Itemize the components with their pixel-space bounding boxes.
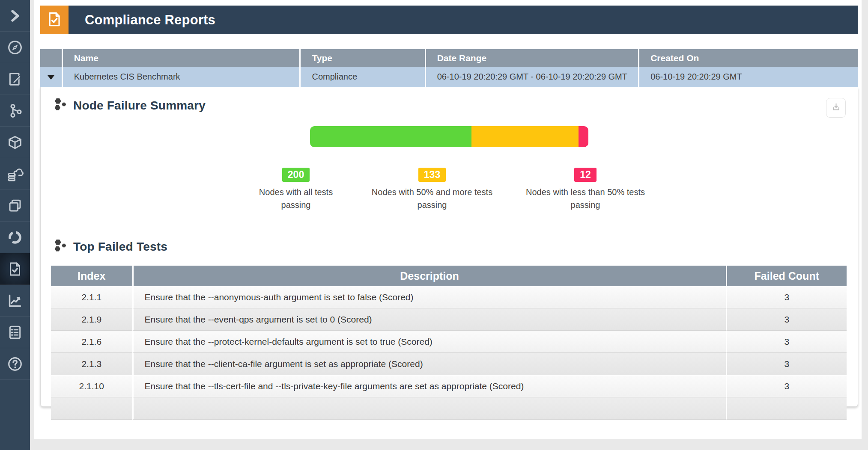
main-card: Compliance Reports NameTypeDate RangeCre… (34, 0, 862, 439)
row-expander[interactable] (40, 67, 62, 87)
reports-column-header: Type (299, 49, 424, 67)
node-failure-summary-header: Node Failure Summary (41, 87, 858, 113)
hex-cluster-icon (54, 98, 67, 113)
failed-test-count-cell: 3 (726, 308, 847, 331)
compliance-header-icon-block (40, 6, 69, 34)
report-name-cell: Kubernetes CIS Benchmark (62, 67, 300, 87)
failed-test-count-cell: 3 (726, 331, 847, 353)
empty-cell (726, 397, 847, 420)
empty-cell (51, 397, 132, 420)
node-failure-legend: 200 Nodes with all tests passing 133 Nod… (41, 168, 858, 211)
cube-icon (6, 133, 24, 151)
reports-column-header: Name (62, 49, 300, 67)
sidebar (0, 0, 30, 450)
sidebar-item-analytics[interactable] (0, 285, 30, 317)
reports-column-header: Created On (638, 49, 858, 67)
download-icon (830, 101, 842, 114)
sidebar-item-reports[interactable] (0, 317, 30, 348)
failed-test-index-cell: 2.1.3 (51, 353, 132, 375)
failed-test-index-cell: 2.1.1 (51, 286, 132, 308)
failed-test-empty-row (51, 397, 847, 420)
bar-segment-0 (310, 126, 471, 147)
page-header-bar: Compliance Reports (69, 6, 858, 34)
refresh-icon (6, 228, 24, 246)
report-list-icon (6, 323, 24, 341)
sidebar-item-compose[interactable] (0, 63, 30, 95)
bar-segment-2 (579, 126, 588, 147)
reports-table: NameTypeDate RangeCreated On Kubernetes … (40, 49, 858, 87)
report-created-on-cell: 06-10-19 20:20:29 GMT (638, 67, 858, 87)
bar-segment-1 (471, 126, 579, 147)
sidebar-item-topology[interactable] (0, 95, 30, 127)
failed-test-count-cell: 3 (726, 353, 847, 375)
empty-cell (132, 397, 726, 420)
document-check-icon (45, 10, 63, 30)
node-failure-stacked-bar (310, 126, 588, 147)
node-failure-summary-title: Node Failure Summary (73, 99, 206, 112)
failed-tests-column-header: Index (51, 266, 132, 286)
failed-test-description-cell: Ensure that the --protect-kernel-default… (132, 331, 726, 353)
hex-cluster-icon (54, 239, 67, 255)
failed-test-description-cell: Ensure that the --event-qps argument is … (132, 308, 726, 331)
chart-line-icon (6, 292, 24, 310)
expander-column-header (40, 49, 62, 67)
triangle-down-icon (48, 75, 54, 80)
document-check-icon (6, 260, 24, 278)
legend-value-badge: 133 (418, 168, 446, 182)
sidebar-item-cloud-storage[interactable] (0, 158, 30, 190)
top-failed-tests-header: Top Failed Tests (41, 228, 858, 255)
sidebar-item-compliance-reports[interactable] (0, 253, 30, 285)
sidebar-item-sync[interactable] (0, 222, 30, 253)
legend-item: 200 Nodes with all tests passing (249, 168, 343, 211)
legend-value-badge: 200 (282, 168, 310, 182)
report-row[interactable]: Kubernetes CIS Benchmark Compliance 06-1… (40, 67, 858, 87)
failed-test-row: 2.1.3 Ensure that the --client-ca-file a… (51, 353, 847, 375)
failed-test-row: 2.1.1 Ensure that the --anonymous-auth a… (51, 286, 847, 308)
legend-item: 133 Nodes with 50% and more tests passin… (364, 168, 501, 211)
compass-icon (6, 38, 24, 56)
failed-test-row: 2.1.9 Ensure that the --event-qps argume… (51, 308, 847, 331)
failed-test-row: 2.1.10 Ensure that the --tls-cert-file a… (51, 375, 847, 397)
failed-test-description-cell: Ensure that the --tls-cert-file and --tl… (132, 375, 726, 397)
chevron-right-icon (6, 7, 24, 25)
sidebar-item-help[interactable] (0, 348, 30, 380)
failed-tests-column-header: Description (132, 266, 726, 286)
report-detail-panel: Node Failure Summary 200 Nodes with all … (40, 87, 858, 407)
layers-icon (6, 197, 24, 215)
top-failed-tests-title: Top Failed Tests (73, 240, 167, 254)
failed-test-index-cell: 2.1.6 (51, 331, 132, 353)
failed-test-description-cell: Ensure that the --anonymous-auth argumen… (132, 286, 726, 308)
sidebar-item-windows[interactable] (0, 190, 30, 222)
failed-test-description-cell: Ensure that the --client-ca-file argumen… (132, 353, 726, 375)
share-nodes-icon (6, 102, 24, 120)
report-date-range-cell: 06-10-19 20:20:29 GMT - 06-10-19 20:20:2… (425, 67, 638, 87)
failed-test-row: 2.1.6 Ensure that the --protect-kernel-d… (51, 331, 847, 353)
failed-tests-header-row: IndexDescriptionFailed Count (51, 266, 847, 286)
sidebar-item-expand[interactable] (0, 0, 30, 32)
reports-column-header: Date Range (425, 49, 638, 67)
page-header: Compliance Reports (40, 6, 858, 34)
legend-label: Nodes with all tests passing (249, 186, 343, 211)
legend-value-badge: 12 (574, 168, 597, 182)
legend-label: Nodes with less than 50% tests passing (521, 186, 650, 211)
failed-test-count-cell: 3 (726, 375, 847, 397)
top-failed-tests-table: IndexDescriptionFailed Count 2.1.1 Ensur… (51, 266, 847, 420)
failed-test-count-cell: 3 (726, 286, 847, 308)
help-icon (6, 355, 24, 373)
failed-test-index-cell: 2.1.10 (51, 375, 132, 397)
page-title: Compliance Reports (85, 12, 215, 28)
failed-tests-column-header: Failed Count (726, 266, 847, 286)
download-report-button[interactable] (826, 98, 846, 118)
reports-header-row: NameTypeDate RangeCreated On (40, 49, 858, 67)
sidebar-item-discover[interactable] (0, 32, 30, 63)
legend-label: Nodes with 50% and more tests passing (364, 186, 501, 211)
legend-item: 12 Nodes with less than 50% tests passin… (521, 168, 650, 211)
document-edit-icon (6, 70, 24, 88)
report-type-cell: Compliance (299, 67, 424, 87)
cloud-storage-icon (6, 165, 24, 183)
sidebar-item-packages[interactable] (0, 127, 30, 158)
failed-test-index-cell: 2.1.9 (51, 308, 132, 331)
